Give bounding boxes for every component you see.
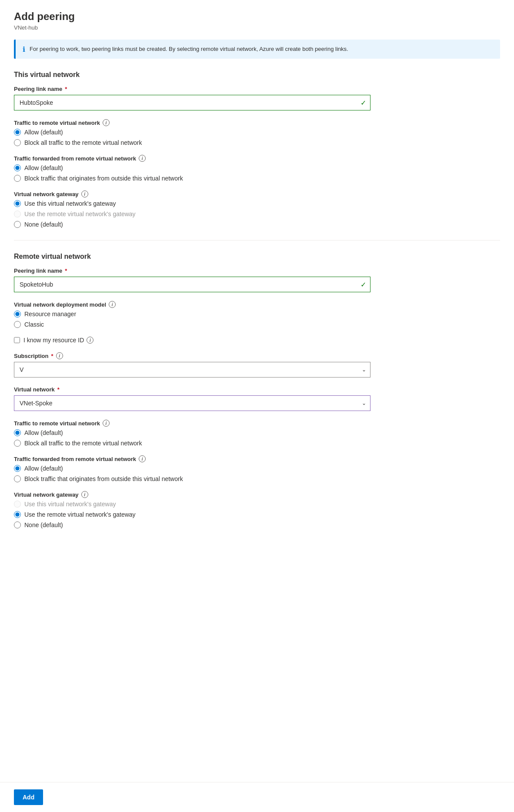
subscription-label: Subscription * i	[14, 352, 500, 359]
remote-vn-traffic-allow-option[interactable]: Allow (default)	[14, 429, 500, 436]
this-vn-fwd-allow-radio[interactable]	[14, 164, 21, 171]
virtual-network-label: Virtual network *	[14, 386, 500, 393]
required-star: *	[65, 86, 67, 92]
this-vn-gateway-this-label: Use this virtual network's gateway	[24, 200, 116, 207]
remote-vn-rm-option[interactable]: Resource manager	[14, 311, 500, 317]
remote-vn-fwd-allow-label: Allow (default)	[24, 465, 63, 472]
virtual-network-field: Virtual network * VNet-Spoke ⌄	[14, 386, 500, 411]
remote-required-star: *	[65, 267, 67, 274]
remote-vn-fwd-block-label: Block traffic that originates from outsi…	[24, 475, 183, 482]
remote-vn-gateway-info-icon[interactable]: i	[81, 491, 88, 498]
resource-id-info-icon[interactable]: i	[87, 337, 93, 344]
this-vn-fwd-block-label: Block traffic that originates from outsi…	[24, 175, 183, 182]
remote-vn-rm-radio[interactable]	[14, 311, 21, 317]
subscription-select[interactable]: V	[14, 362, 370, 378]
this-vn-section-title: This virtual network	[14, 71, 500, 79]
this-vn-traffic-forwarded-field: Traffic forwarded from remote virtual ne…	[14, 155, 500, 182]
this-vn-peering-link-field: Peering link name * ✓	[14, 86, 500, 110]
virtual-network-select-wrapper: VNet-Spoke ⌄	[14, 395, 370, 411]
info-banner-icon: ℹ	[23, 45, 25, 53]
subscription-select-wrapper: V ⌄	[14, 362, 370, 378]
remote-vn-deployment-label: Virtual network deployment model i	[14, 301, 500, 308]
page-subtitle: VNet-hub	[14, 24, 500, 31]
remote-vn-section-title: Remote virtual network	[14, 253, 500, 261]
remote-vn-fwd-allow-radio[interactable]	[14, 465, 21, 472]
this-vn-peering-link-input[interactable]	[14, 95, 370, 110]
remote-vn-gateway-none-radio[interactable]	[14, 521, 21, 528]
remote-vn-peering-link-input-wrapper: ✓	[14, 277, 370, 292]
this-vn-traffic-allow-option[interactable]: Allow (default)	[14, 129, 500, 136]
this-vn-gateway-field: Virtual network gateway i Use this virtu…	[14, 190, 500, 228]
remote-vn-deployment-field: Virtual network deployment model i Resou…	[14, 301, 500, 328]
footer-spacer	[14, 537, 500, 572]
this-vn-gateway-remote-radio	[14, 211, 21, 217]
this-vn-gateway-none-radio[interactable]	[14, 221, 21, 228]
this-virtual-network-section: This virtual network Peering link name *…	[14, 71, 500, 228]
this-vn-traffic-remote-info-icon[interactable]: i	[103, 119, 110, 126]
this-vn-gateway-remote-label: Use the remote virtual network's gateway	[24, 211, 136, 217]
this-vn-gateway-none-label: None (default)	[24, 221, 63, 228]
remote-vn-classic-option[interactable]: Classic	[14, 321, 500, 328]
this-vn-fwd-allow-option[interactable]: Allow (default)	[14, 164, 500, 171]
remote-vn-gateway-remote-radio[interactable]	[14, 511, 21, 518]
this-vn-traffic-block-radio[interactable]	[14, 139, 21, 146]
remote-vn-gateway-none-option[interactable]: None (default)	[14, 521, 500, 528]
remote-vn-traffic-block-radio[interactable]	[14, 440, 21, 447]
remote-vn-traffic-forwarded-label: Traffic forwarded from remote virtual ne…	[14, 455, 500, 462]
this-vn-peering-link-input-wrapper: ✓	[14, 95, 370, 110]
remote-vn-traffic-forwarded-info-icon[interactable]: i	[139, 455, 146, 462]
this-vn-fwd-block-radio[interactable]	[14, 175, 21, 182]
resource-id-field: I know my resource ID i	[14, 337, 500, 344]
remote-vn-peering-link-input[interactable]	[14, 277, 370, 292]
remote-vn-traffic-forwarded-field: Traffic forwarded from remote virtual ne…	[14, 455, 500, 482]
this-vn-peering-link-label: Peering link name *	[14, 86, 500, 92]
remote-vn-gateway-this-label: Use this virtual network's gateway	[24, 501, 116, 508]
subscription-field: Subscription * i V ⌄	[14, 352, 500, 378]
this-vn-gateway-this-radio[interactable]	[14, 200, 21, 207]
remote-vn-traffic-block-option[interactable]: Block all traffic to the remote virtual …	[14, 440, 500, 447]
add-button[interactable]: Add	[14, 789, 43, 805]
remote-virtual-network-section: Remote virtual network Peering link name…	[14, 253, 500, 528]
remote-vn-traffic-remote-radio-group: Allow (default) Block all traffic to the…	[14, 429, 500, 447]
remote-vn-traffic-allow-label: Allow (default)	[24, 429, 63, 436]
remote-vn-traffic-forwarded-radio-group: Allow (default) Block traffic that origi…	[14, 465, 500, 482]
remote-vn-traffic-remote-label: Traffic to remote virtual network i	[14, 420, 500, 427]
this-vn-traffic-allow-label: Allow (default)	[24, 129, 63, 136]
info-banner-text: For peering to work, two peering links m…	[30, 45, 348, 53]
remote-vn-classic-radio[interactable]	[14, 321, 21, 328]
this-vn-fwd-block-option[interactable]: Block traffic that originates from outsi…	[14, 175, 500, 182]
this-vn-gateway-radio-group: Use this virtual network's gateway Use t…	[14, 200, 500, 228]
resource-id-checkbox[interactable]	[14, 337, 20, 343]
remote-vn-gateway-this-radio	[14, 501, 21, 508]
this-vn-traffic-block-option[interactable]: Block all traffic to the remote virtual …	[14, 139, 500, 146]
remote-vn-peering-link-field: Peering link name * ✓	[14, 267, 500, 292]
this-vn-traffic-forwarded-info-icon[interactable]: i	[139, 155, 146, 162]
resource-id-option[interactable]: I know my resource ID i	[14, 337, 500, 344]
remote-vn-traffic-remote-info-icon[interactable]: i	[103, 420, 110, 427]
remote-vn-gateway-radio-group: Use this virtual network's gateway Use t…	[14, 501, 500, 528]
subscription-info-icon[interactable]: i	[56, 352, 63, 359]
remote-vn-gateway-none-label: None (default)	[24, 521, 63, 528]
subscription-required-star: *	[51, 353, 53, 359]
this-vn-traffic-forwarded-radio-group: Allow (default) Block traffic that origi…	[14, 164, 500, 182]
page-container: Add peering VNet-hub ℹ For peering to wo…	[0, 0, 514, 812]
footer-bar: Add	[0, 782, 514, 812]
remote-vn-deployment-info-icon[interactable]: i	[109, 301, 116, 308]
remote-vn-gateway-remote-option[interactable]: Use the remote virtual network's gateway	[14, 511, 500, 518]
this-vn-peering-link-check-icon: ✓	[360, 99, 366, 107]
remote-vn-peering-link-check-icon: ✓	[360, 281, 366, 289]
this-vn-traffic-remote-field: Traffic to remote virtual network i Allo…	[14, 119, 500, 146]
remote-vn-peering-link-label: Peering link name *	[14, 267, 500, 274]
remote-vn-traffic-allow-radio[interactable]	[14, 429, 21, 436]
this-vn-traffic-remote-radio-group: Allow (default) Block all traffic to the…	[14, 129, 500, 146]
this-vn-gateway-this-option[interactable]: Use this virtual network's gateway	[14, 200, 500, 207]
remote-vn-fwd-block-option[interactable]: Block traffic that originates from outsi…	[14, 475, 500, 482]
this-vn-traffic-allow-radio[interactable]	[14, 129, 21, 136]
remote-vn-fwd-allow-option[interactable]: Allow (default)	[14, 465, 500, 472]
remote-vn-fwd-block-radio[interactable]	[14, 475, 21, 482]
virtual-network-select[interactable]: VNet-Spoke	[14, 395, 370, 411]
this-vn-gateway-info-icon[interactable]: i	[81, 190, 88, 197]
this-vn-gateway-none-option[interactable]: None (default)	[14, 221, 500, 228]
this-vn-gateway-label: Virtual network gateway i	[14, 190, 500, 197]
virtual-network-required-star: *	[57, 386, 60, 393]
